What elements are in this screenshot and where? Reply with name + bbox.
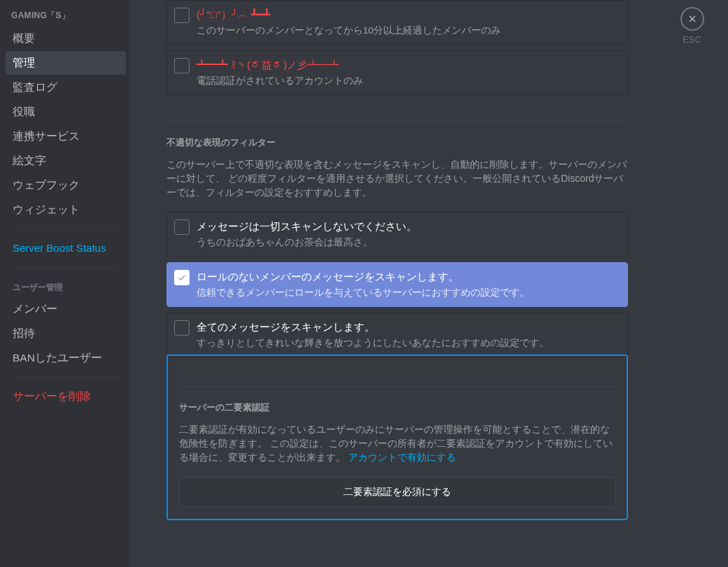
sidebar-item-roles[interactable]: 役職: [6, 100, 126, 124]
option-title: ┻━┻ ﾐヽ(ಠ益ಠ)ノ彡┻━┻: [197, 58, 620, 72]
option-desc: 信頼できるメンバーにロールを与えているサーバーにおすすめの設定です。: [197, 287, 620, 299]
sidebar-item-audit-log[interactable]: 監査ログ: [6, 76, 126, 99]
twofa-section-title: サーバーの二要素認証: [179, 401, 615, 414]
option-desc: うちのおばあちゃんのお茶会は最高さ。: [197, 236, 620, 249]
close-button[interactable]: [680, 7, 704, 31]
sidebar-item-boost-status[interactable]: Server Boost Status: [6, 236, 126, 260]
checkbox-icon: [174, 8, 190, 23]
option-desc: このサーバーのメンバーとなってから10分以上経過したメンバーのみ: [197, 24, 620, 37]
twofa-enable-link[interactable]: アカウントで有効にする: [348, 452, 456, 463]
option-title: (╯°□°）╯︵ ┻━┻: [197, 8, 620, 22]
checkbox-icon: [174, 58, 190, 73]
option-desc: 電話認証がされているアカウントのみ: [197, 75, 620, 87]
checkbox-icon: [174, 220, 190, 235]
verification-option-highest[interactable]: ┻━┻ ﾐヽ(ಠ益ಠ)ノ彡┻━┻ 電話認証がされているアカウントのみ: [166, 50, 628, 95]
sidebar-item-widget[interactable]: ウィジェット: [6, 198, 126, 222]
twofa-section-body: 二要素認証が有効になっているユーザーのみにサーバーの管理操作を可能とすることで、…: [179, 422, 615, 464]
option-title: メッセージは一切スキャンしないでください。: [197, 220, 620, 234]
close-area: ESC: [656, 0, 728, 567]
sidebar-item-overview[interactable]: 概要: [6, 27, 126, 50]
filter-section-body: このサーバー上で不適切な表現を含むメッセージをスキャンし、自動的に削除します。サ…: [166, 157, 628, 199]
twofa-highlight-box: サーバーの二要素認証 二要素認証が有効になっているユーザーのみにサーバーの管理操…: [166, 354, 628, 520]
sidebar-item-members[interactable]: メンバー: [6, 297, 126, 321]
close-icon: [687, 13, 698, 24]
checkbox-icon: [174, 270, 190, 285]
filter-section-title: 不適切な表現のフィルター: [166, 136, 628, 149]
sidebar-item-webhooks[interactable]: ウェブフック: [6, 173, 126, 197]
sidebar-item-delete-server[interactable]: サーバーを削除: [6, 385, 126, 408]
verification-option-high[interactable]: (╯°□°）╯︵ ┻━┻ このサーバーのメンバーとなってから10分以上経過したメ…: [166, 0, 628, 45]
settings-sidebar: GAMING「S」 概要 管理 監査ログ 役職 連携サービス 絵文字 ウェブフッ…: [0, 0, 130, 567]
section-divider: [166, 122, 628, 122]
sidebar-server-name: GAMING「S」: [6, 7, 126, 26]
close-label: ESC: [683, 35, 701, 45]
option-title: ロールのないメンバーのメッセージをスキャンします。: [197, 270, 620, 284]
sidebar-item-invites[interactable]: 招待: [6, 322, 126, 345]
checkbox-icon: [174, 320, 190, 336]
filter-option-all[interactable]: 全てのメッセージをスキャンします。 すっきりとしてきれいな輝きを放つようにしたい…: [166, 313, 628, 357]
sidebar-item-moderation[interactable]: 管理: [6, 51, 126, 75]
sidebar-item-bans[interactable]: BANしたユーザー: [6, 346, 126, 370]
sidebar-item-emoji[interactable]: 絵文字: [6, 149, 126, 173]
section-divider: [179, 387, 615, 387]
filter-option-no-role[interactable]: ロールのないメンバーのメッセージをスキャンします。 信頼できるメンバーにロールを…: [166, 262, 628, 307]
option-desc: すっきりとしてきれいな輝きを放つようにしたいあなたにおすすめの設定です。: [197, 337, 620, 350]
sidebar-item-integrations[interactable]: 連携サービス: [6, 124, 126, 148]
option-title: 全てのメッセージをスキャンします。: [197, 320, 620, 334]
content-area: (╯°□°）╯︵ ┻━┻ このサーバーのメンバーとなってから10分以上経過したメ…: [130, 0, 656, 567]
sidebar-section-user-mgmt: ユーザー管理: [6, 275, 126, 296]
filter-option-none[interactable]: メッセージは一切スキャンしないでください。 うちのおばあちゃんのお茶会は最高さ。: [166, 212, 628, 257]
require-twofa-button[interactable]: 二要素認証を必須にする: [179, 477, 615, 508]
